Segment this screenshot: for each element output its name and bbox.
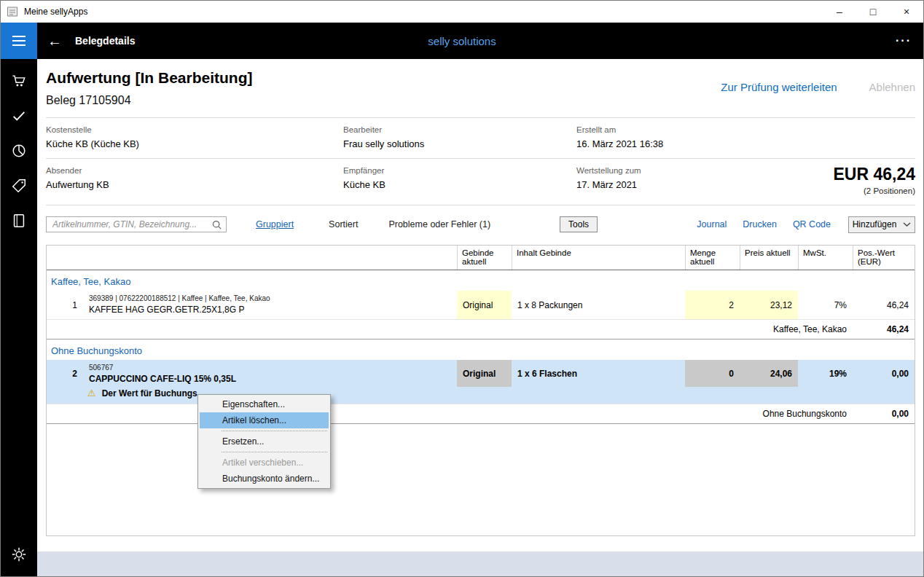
table-empty-area (47, 424, 915, 535)
divider (46, 205, 915, 205)
menu-item-artikel-loeschen[interactable]: Artikel löschen... (200, 412, 329, 428)
field-value: Küche KB (343, 179, 576, 190)
page-title: Belegdetails (75, 35, 135, 47)
cell-gebinde[interactable]: Original (457, 360, 512, 387)
add-button[interactable]: Hinzufügen (848, 216, 915, 233)
group-subtotal-row: Ohne Buchungskonto 0,00 (47, 404, 915, 424)
field-label: Absender (46, 166, 343, 175)
column-header-preis: Preis aktuell (740, 246, 798, 270)
list-toolbar: Gruppiert Sortiert Probleme oder Fehler … (46, 216, 915, 233)
group-title[interactable]: Kaffee, Tee, Kakao (47, 270, 915, 291)
forward-for-review-link[interactable]: Zur Prüfung weiterleiten (721, 81, 837, 93)
sidebar-item-settings[interactable] (1, 537, 37, 572)
column-header-poswert: Pos.-Wert (EUR) (853, 246, 915, 270)
problems-filter[interactable]: Probleme oder Fehler (1) (388, 219, 490, 229)
bottom-strip (37, 552, 924, 577)
close-button[interactable]: × (890, 1, 923, 23)
maximize-button[interactable]: □ (856, 1, 890, 23)
menu-item-ersetzen[interactable]: Ersetzen... (198, 433, 330, 450)
cell-menge[interactable]: 0 (685, 360, 740, 387)
article-name: CAPPUCCINO CAFE-LIQ 15% 0,35L (89, 374, 453, 384)
positions-table: Gebinde aktuell Inhalt Gebinde Menge akt… (46, 245, 915, 536)
field-value: 16. März 2021 16:38 (576, 138, 915, 149)
grouped-toggle[interactable]: Gruppiert (256, 219, 294, 229)
cell-menge[interactable]: 2 (685, 291, 740, 319)
group-subtotal-row: Kaffee, Tee, Kakao 46,24 (47, 320, 915, 339)
app-header: ← Belegdetails selly solutions ··· (1, 23, 923, 59)
meta-row-1: Kostenstelle Küche KB (Küche KB) Bearbei… (46, 118, 915, 158)
search-icon[interactable] (211, 219, 222, 230)
article-meta: 506767 (89, 364, 453, 372)
field-erstellt-am: Erstellt am 16. März 2021 16:38 (576, 125, 915, 149)
field-value: Frau selly solutions (343, 138, 576, 149)
row-number: 1 (47, 291, 85, 319)
title-bar: Meine sellyApps – □ × (1, 1, 923, 23)
column-header-inhalt: Inhalt Gebinde (512, 246, 685, 270)
subtotal-value: 0,00 (853, 409, 915, 419)
sidebar-item-approvals[interactable] (1, 98, 37, 133)
sidebar-item-prices[interactable] (1, 168, 37, 203)
window-title: Meine sellyApps (24, 7, 87, 17)
cell-poswert: 46,24 (853, 291, 915, 319)
article-meta: 369389 | 07622200188512 | Kaffee | Kaffe… (89, 294, 453, 302)
chevron-down-icon (903, 222, 911, 227)
column-header-gebinde: Gebinde aktuell (457, 246, 512, 270)
print-link[interactable]: Drucken (743, 219, 777, 229)
app-window: Meine sellyApps – □ × ← Belegdetails sel… (0, 0, 924, 577)
sidebar-item-reports[interactable] (1, 133, 37, 168)
cell-gebinde[interactable]: Original (457, 291, 512, 319)
subtotal-label: Kaffee, Tee, Kakao (47, 324, 853, 334)
sidebar-item-cart[interactable] (1, 63, 37, 98)
field-label: Empfänger (343, 166, 576, 175)
sidebar-item-catalog[interactable] (1, 203, 37, 238)
total-amount: EUR 46,24 (833, 165, 915, 184)
back-button[interactable]: ← (47, 34, 62, 48)
warning-icon: ⚠ (87, 388, 96, 399)
more-options-icon[interactable]: ··· (896, 34, 912, 47)
subtotal-label: Ohne Buchungskonto (47, 409, 853, 419)
column-header (85, 246, 457, 270)
context-menu: Eigenschaften... Artikel löschen... Erse… (197, 394, 331, 489)
tools-button[interactable]: Tools (560, 216, 598, 232)
reject-link[interactable]: Ablehnen (869, 81, 915, 93)
app-icon (7, 6, 18, 17)
cell-preis[interactable]: 23,12 (740, 291, 798, 319)
menu-separator (222, 431, 327, 431)
field-empfaenger: Empfänger Küche KB (343, 166, 576, 190)
column-header (47, 246, 85, 270)
sidebar-nav (1, 59, 37, 577)
meta-row-2: Absender Aufwertung KB Empfänger Küche K… (46, 159, 915, 205)
pie-chart-icon (11, 143, 27, 159)
tag-icon (11, 178, 27, 194)
field-label: Erstellt am (576, 125, 915, 134)
table-row-selected[interactable]: 2 506767 CAPPUCCINO CAFE-LIQ 15% 0,35L O… (47, 360, 915, 404)
table-header-row: Gebinde aktuell Inhalt Gebinde Menge akt… (47, 246, 915, 270)
group-title[interactable]: Ohne Buchungskonto (47, 339, 915, 360)
minimize-button[interactable]: – (823, 1, 856, 23)
field-value: Aufwertung KB (46, 179, 343, 190)
column-header-mwst: MwSt. (798, 246, 853, 270)
table-row[interactable]: 1 369389 | 07622200188512 | Kaffee | Kaf… (47, 291, 915, 320)
brand-label: selly solutions (428, 35, 496, 47)
cell-mwst: 19% (798, 360, 853, 387)
menu-separator (222, 452, 327, 452)
gear-icon (11, 546, 27, 562)
check-icon (11, 108, 27, 124)
hamburger-menu-button[interactable] (1, 23, 37, 59)
main-content: Aufwertung [In Bearbeitung] Beleg 171059… (37, 59, 924, 577)
cart-icon (11, 73, 27, 89)
menu-item-buchungskonto-aendern[interactable]: Buchungskonto ändern... (198, 471, 330, 487)
menu-item-eigenschaften[interactable]: Eigenschaften... (198, 396, 330, 412)
sorted-toggle[interactable]: Sortiert (329, 219, 358, 229)
menu-item-artikel-verschieben: Artikel verschieben... (198, 455, 330, 471)
search-box (46, 216, 227, 232)
search-input[interactable] (47, 219, 226, 229)
field-bearbeiter: Bearbeiter Frau selly solutions (343, 125, 576, 149)
cell-inhalt: 1 x 8 Packungen (512, 291, 685, 319)
cell-preis[interactable]: 24,06 (740, 360, 798, 387)
field-label: Kostenstelle (46, 125, 343, 134)
row-warning: ⚠ Der Wert für Buchungs (47, 387, 915, 404)
document-total: EUR 46,24 (2 Positionen) (833, 165, 915, 195)
journal-link[interactable]: Journal (697, 219, 727, 229)
qr-code-link[interactable]: QR Code (793, 219, 831, 229)
